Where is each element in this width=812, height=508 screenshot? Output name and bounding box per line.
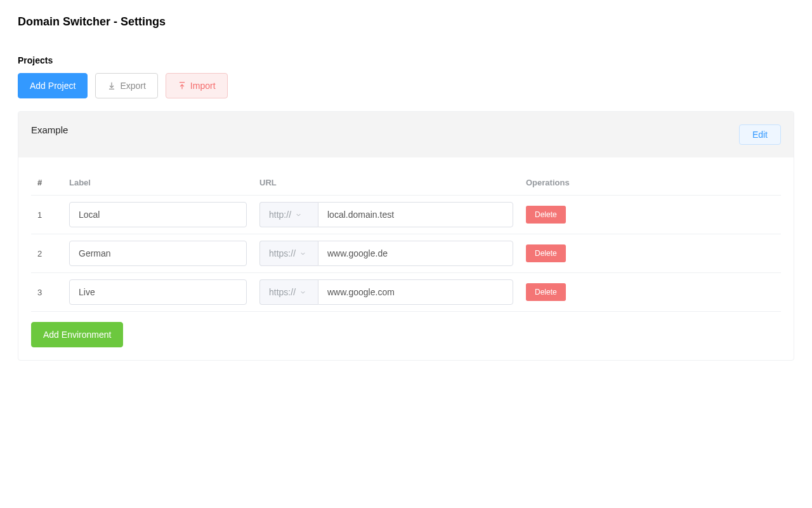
label-input[interactable] — [69, 241, 247, 266]
download-icon — [107, 81, 116, 90]
table-row: 2 https:// — [31, 234, 781, 273]
scheme-select[interactable]: https:// — [259, 241, 318, 266]
label-input[interactable] — [69, 202, 247, 227]
url-group: https:// — [259, 279, 513, 305]
table-row: 3 https:// — [31, 273, 781, 312]
add-environment-button[interactable]: Add Environment — [31, 322, 123, 347]
row-index: 3 — [31, 273, 63, 312]
add-environment-label: Add Environment — [43, 330, 111, 340]
add-project-button[interactable]: Add Project — [18, 73, 88, 98]
label-input[interactable] — [69, 279, 247, 305]
col-header-label: Label — [63, 170, 253, 196]
col-header-operations: Operations — [520, 170, 781, 196]
url-group: http:// — [259, 202, 513, 227]
chevron-down-icon — [299, 289, 306, 296]
col-header-index: # — [31, 170, 63, 196]
scheme-select[interactable]: http:// — [259, 202, 318, 227]
chevron-down-icon — [299, 250, 306, 257]
delete-button[interactable]: Delete — [526, 244, 566, 262]
environments-table: # Label URL Operations 1 http:// — [31, 170, 781, 312]
scheme-value: https:// — [269, 287, 296, 297]
project-panel-body: # Label URL Operations 1 http:// — [18, 157, 794, 360]
import-label: Import — [190, 81, 216, 91]
edit-label: Edit — [752, 130, 768, 140]
export-button[interactable]: Export — [95, 73, 157, 98]
host-input[interactable] — [318, 202, 513, 227]
projects-toolbar: Add Project Export Import — [18, 73, 794, 98]
project-panel-header: Example Edit — [18, 112, 794, 157]
row-index: 1 — [31, 196, 63, 234]
delete-button[interactable]: Delete — [526, 206, 566, 224]
export-label: Export — [120, 81, 145, 91]
project-name: Example — [31, 124, 68, 135]
delete-button[interactable]: Delete — [526, 283, 566, 301]
add-project-label: Add Project — [30, 81, 75, 91]
projects-heading: Projects — [18, 55, 794, 65]
project-panel: Example Edit # Label URL Operations 1 — [18, 111, 794, 361]
delete-label: Delete — [535, 249, 557, 258]
edit-project-button[interactable]: Edit — [739, 124, 781, 145]
url-group: https:// — [259, 241, 513, 266]
delete-label: Delete — [535, 288, 557, 297]
col-header-url: URL — [253, 170, 520, 196]
table-row: 1 http:// — [31, 196, 781, 234]
delete-label: Delete — [535, 210, 557, 219]
host-input[interactable] — [318, 241, 513, 266]
page-title: Domain Switcher - Settings — [18, 15, 794, 29]
row-index: 2 — [31, 234, 63, 273]
scheme-select[interactable]: https:// — [259, 279, 318, 305]
scheme-value: https:// — [269, 248, 296, 258]
host-input[interactable] — [318, 279, 513, 305]
scheme-value: http:// — [269, 210, 291, 220]
upload-icon — [178, 81, 187, 90]
import-button[interactable]: Import — [166, 73, 228, 98]
chevron-down-icon — [295, 211, 302, 218]
